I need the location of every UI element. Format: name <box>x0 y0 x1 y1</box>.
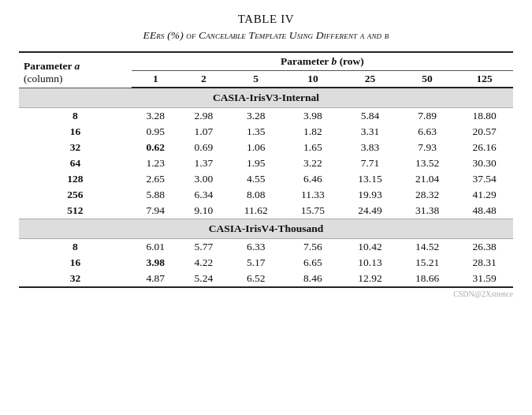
data-cell: 3.31 <box>341 124 399 140</box>
data-cell: 5.84 <box>341 108 399 125</box>
param-a-value: 16 <box>19 124 132 140</box>
data-cell: 6.52 <box>228 271 285 287</box>
subtitle-text: EErs (%) of Cancelable Template Using Di… <box>143 29 389 41</box>
param-a-value: 512 <box>19 203 132 219</box>
data-cell: 1.35 <box>228 124 285 140</box>
data-cell: 3.83 <box>341 140 399 155</box>
data-cell: 28.32 <box>399 187 456 203</box>
page-subtitle: EErs (%) of Cancelable Template Using Di… <box>19 29 513 42</box>
table-row: 163.984.225.176.6510.1315.2128.31 <box>19 255 513 271</box>
data-cell: 10.42 <box>341 239 399 256</box>
param-a-value: 16 <box>19 255 132 271</box>
col-header-10: 10 <box>285 71 342 88</box>
col-header-2: 2 <box>180 71 228 88</box>
table-row: 320.620.691.061.653.837.9326.16 <box>19 140 513 155</box>
param-a-value: 8 <box>19 239 132 256</box>
data-cell: 1.95 <box>228 155 285 171</box>
data-cell: 4.22 <box>180 255 228 271</box>
data-cell: 24.49 <box>341 203 399 219</box>
data-cell: 3.00 <box>180 171 228 187</box>
data-cell: 6.34 <box>180 187 228 203</box>
data-cell: 18.80 <box>456 108 513 125</box>
data-cell: 0.62 <box>132 140 180 155</box>
data-cell: 1.23 <box>132 155 180 171</box>
param-b-header: Parameter b (row) <box>132 52 513 71</box>
data-cell: 7.56 <box>285 239 342 256</box>
data-cell: 30.30 <box>456 155 513 171</box>
data-cell: 6.01 <box>132 239 180 256</box>
data-cell: 7.89 <box>399 108 456 125</box>
data-cell: 15.21 <box>399 255 456 271</box>
col-header-50: 50 <box>399 71 456 88</box>
param-a-value: 32 <box>19 271 132 287</box>
data-cell: 9.10 <box>180 203 228 219</box>
table-row: 160.951.071.351.823.316.6320.57 <box>19 124 513 140</box>
main-table: Parameter a(column) Parameter b (row) 1 … <box>19 51 513 288</box>
table-row: 641.231.371.953.227.7113.5230.30 <box>19 155 513 171</box>
page-title: TABLE IV <box>19 13 513 26</box>
data-cell: 20.57 <box>456 124 513 140</box>
data-cell: 2.98 <box>180 108 228 125</box>
table-row: 83.282.983.283.985.847.8918.80 <box>19 108 513 125</box>
data-cell: 41.29 <box>456 187 513 203</box>
table-row: 324.875.246.528.4612.9218.6631.59 <box>19 271 513 287</box>
data-cell: 1.06 <box>228 140 285 155</box>
data-cell: 28.31 <box>456 255 513 271</box>
data-cell: 3.28 <box>132 108 180 125</box>
data-cell: 48.48 <box>456 203 513 219</box>
data-cell: 31.59 <box>456 271 513 287</box>
param-a-value: 8 <box>19 108 132 125</box>
col-header-25: 25 <box>341 71 399 88</box>
data-cell: 12.92 <box>341 271 399 287</box>
table-row: 86.015.776.337.5610.4214.5226.38 <box>19 239 513 256</box>
data-cell: 7.93 <box>399 140 456 155</box>
data-cell: 31.38 <box>399 203 456 219</box>
data-cell: 14.52 <box>399 239 456 256</box>
section-header-row: CASIA-IrisV3-Internal <box>19 88 513 108</box>
data-cell: 4.87 <box>132 271 180 287</box>
data-cell: 11.62 <box>228 203 285 219</box>
param-a-header: Parameter a(column) <box>19 52 132 88</box>
data-cell: 3.98 <box>285 108 342 125</box>
data-cell: 19.93 <box>341 187 399 203</box>
data-cell: 3.98 <box>132 255 180 271</box>
data-cell: 5.24 <box>180 271 228 287</box>
data-cell: 1.37 <box>180 155 228 171</box>
table-row: 5127.949.1011.6215.7524.4931.3848.48 <box>19 203 513 219</box>
data-cell: 6.46 <box>285 171 342 187</box>
param-a-value: 128 <box>19 171 132 187</box>
data-cell: 13.15 <box>341 171 399 187</box>
data-cell: 3.28 <box>228 108 285 125</box>
data-cell: 8.46 <box>285 271 342 287</box>
data-cell: 18.66 <box>399 271 456 287</box>
data-cell: 5.88 <box>132 187 180 203</box>
data-cell: 6.33 <box>228 239 285 256</box>
table-row: 1282.653.004.556.4613.1521.0437.54 <box>19 171 513 187</box>
data-cell: 2.65 <box>132 171 180 187</box>
data-cell: 15.75 <box>285 203 342 219</box>
data-cell: 10.13 <box>341 255 399 271</box>
data-cell: 8.08 <box>228 187 285 203</box>
watermark: CSDN@2Xsttence <box>19 290 513 298</box>
param-a-value: 256 <box>19 187 132 203</box>
table-row: 2565.886.348.0811.3319.9328.3241.29 <box>19 187 513 203</box>
data-cell: 5.17 <box>228 255 285 271</box>
data-cell: 5.77 <box>180 239 228 256</box>
data-cell: 6.65 <box>285 255 342 271</box>
data-cell: 1.07 <box>180 124 228 140</box>
data-cell: 0.69 <box>180 140 228 155</box>
data-cell: 6.63 <box>399 124 456 140</box>
param-a-value: 32 <box>19 140 132 155</box>
data-cell: 11.33 <box>285 187 342 203</box>
param-a-value: 64 <box>19 155 132 171</box>
data-cell: 7.71 <box>341 155 399 171</box>
col-header-5: 5 <box>228 71 285 88</box>
data-cell: 26.16 <box>456 140 513 155</box>
section-header-row: CASIA-IrisV4-Thousand <box>19 219 513 239</box>
data-cell: 1.65 <box>285 140 342 155</box>
data-cell: 3.22 <box>285 155 342 171</box>
col-header-1: 1 <box>132 71 180 88</box>
data-cell: 0.95 <box>132 124 180 140</box>
data-cell: 21.04 <box>399 171 456 187</box>
data-cell: 7.94 <box>132 203 180 219</box>
